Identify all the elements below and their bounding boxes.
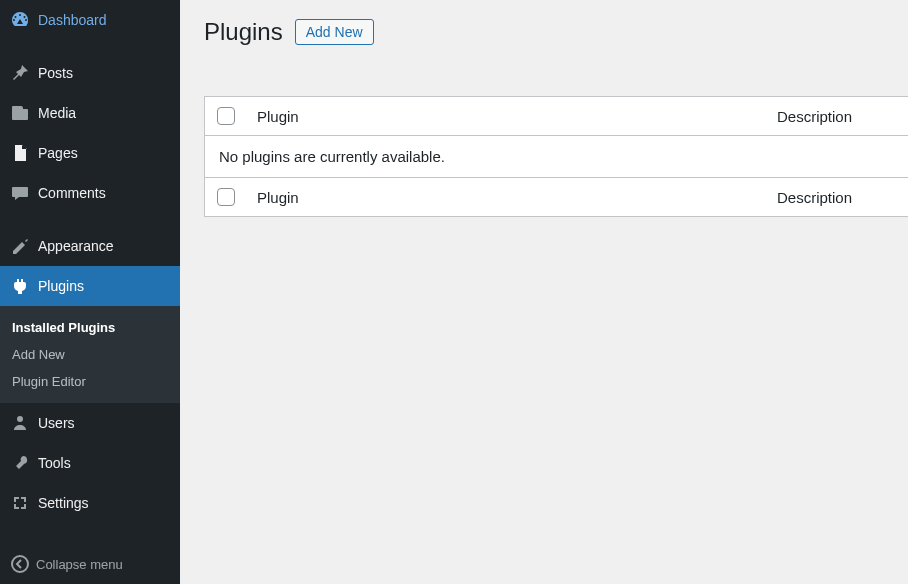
settings-icon <box>10 493 30 513</box>
sidebar-item-label: Users <box>38 415 75 431</box>
sidebar-item-label: Tools <box>38 455 71 471</box>
plugins-table: Plugin Description No plugins are curren… <box>204 96 908 217</box>
submenu-item-add-new[interactable]: Add New <box>0 341 180 368</box>
sidebar-item-label: Settings <box>38 495 89 511</box>
sidebar-item-plugins[interactable]: Plugins <box>0 266 180 306</box>
comments-icon <box>10 183 30 203</box>
users-icon <box>10 413 30 433</box>
sidebar-item-users[interactable]: Users <box>0 403 180 443</box>
sidebar-item-posts[interactable]: Posts <box>0 53 180 93</box>
collapse-menu-button[interactable]: Collapse menu <box>0 544 180 584</box>
pin-icon <box>10 63 30 83</box>
submenu-item-editor[interactable]: Plugin Editor <box>0 368 180 395</box>
svg-point-1 <box>12 556 28 572</box>
submenu-item-installed[interactable]: Installed Plugins <box>0 314 180 341</box>
sidebar-item-appearance[interactable]: Appearance <box>0 226 180 266</box>
column-footer-description[interactable]: Description <box>777 189 852 206</box>
tools-icon <box>10 453 30 473</box>
menu-separator <box>0 213 180 226</box>
media-icon <box>10 103 30 123</box>
table-empty-message: No plugins are currently available. <box>205 135 908 177</box>
sidebar-item-comments[interactable]: Comments <box>0 173 180 213</box>
plugins-icon <box>10 276 30 296</box>
sidebar-item-label: Media <box>38 105 76 121</box>
sidebar-item-settings[interactable]: Settings <box>0 483 180 523</box>
sidebar-item-label: Plugins <box>38 278 84 294</box>
column-header-plugin[interactable]: Plugin <box>257 108 777 125</box>
column-header-description[interactable]: Description <box>777 108 852 125</box>
sidebar-item-pages[interactable]: Pages <box>0 133 180 173</box>
sidebar-item-tools[interactable]: Tools <box>0 443 180 483</box>
pages-icon <box>10 143 30 163</box>
sidebar-item-dashboard[interactable]: Dashboard <box>0 0 180 40</box>
admin-sidebar: Dashboard Posts Media Pages Comments App… <box>0 0 180 584</box>
select-all-checkbox-bottom[interactable] <box>217 188 235 206</box>
select-all-checkbox-top[interactable] <box>217 107 235 125</box>
sidebar-item-label: Dashboard <box>38 12 107 28</box>
main-content: Plugins Add New Plugin Description No pl… <box>180 0 908 584</box>
add-new-button[interactable]: Add New <box>295 19 374 45</box>
appearance-icon <box>10 236 30 256</box>
page-title: Plugins <box>204 18 283 46</box>
sidebar-item-label: Pages <box>38 145 78 161</box>
plugins-submenu: Installed Plugins Add New Plugin Editor <box>0 306 180 403</box>
column-footer-plugin[interactable]: Plugin <box>257 189 777 206</box>
table-header-row: Plugin Description <box>205 97 908 135</box>
sidebar-item-label: Posts <box>38 65 73 81</box>
page-header: Plugins Add New <box>204 18 908 46</box>
dashboard-icon <box>10 10 30 30</box>
collapse-label: Collapse menu <box>36 557 123 572</box>
collapse-icon <box>10 554 30 574</box>
sidebar-item-label: Comments <box>38 185 106 201</box>
menu-separator <box>0 40 180 53</box>
table-footer-row: Plugin Description <box>205 177 908 216</box>
sidebar-item-media[interactable]: Media <box>0 93 180 133</box>
sidebar-item-label: Appearance <box>38 238 114 254</box>
